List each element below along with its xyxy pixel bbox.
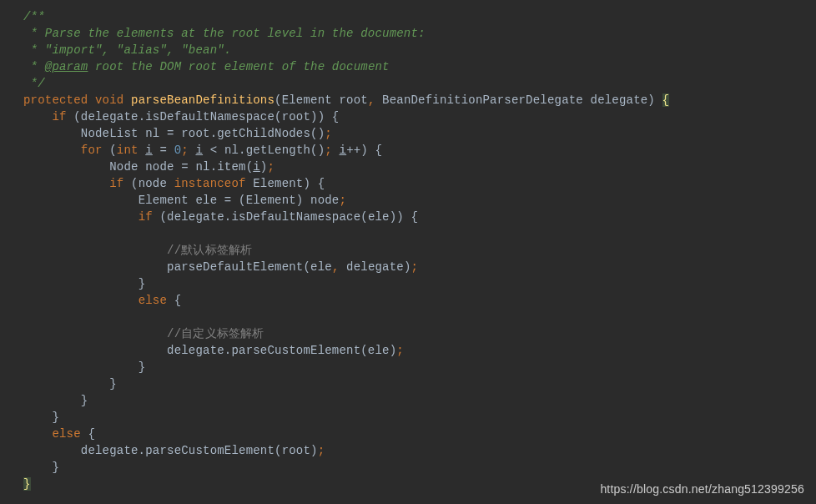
code-line[interactable]: * Parse the elements at the root level i… (23, 25, 816, 42)
code-line[interactable]: */ (23, 75, 816, 92)
code-token: { (174, 294, 182, 307)
code-line[interactable]: //自定义标签解析 (23, 325, 816, 342)
code-token: ( (109, 144, 117, 157)
code-token: if (52, 110, 73, 123)
code-token: if (139, 210, 160, 224)
code-token: i (340, 144, 347, 157)
code-token: ; (411, 260, 419, 274)
code-token: ; (396, 344, 404, 357)
code-line[interactable]: Element ele = (Element) node; (23, 192, 816, 209)
code-token: i (253, 160, 260, 174)
code-token: for (81, 144, 109, 157)
code-token: < nl.getLength() (203, 144, 325, 157)
code-line[interactable]: delegate.parseCustomElement(root); (23, 442, 816, 459)
code-token: i (145, 144, 153, 157)
code-line[interactable] (23, 225, 816, 242)
code-token: else (52, 427, 88, 441)
code-token: (delegate.isDefaultNamespace(ele)) { (159, 210, 418, 224)
code-token: parseBeanDefinitions (131, 93, 275, 107)
code-token: (delegate.isDefaultNamespace(root)) { (73, 110, 339, 123)
code-token: ++) { (346, 144, 382, 157)
code-token: = (153, 144, 174, 157)
code-token: } (81, 394, 88, 407)
code-token: i (195, 144, 203, 157)
code-token: parseDefaultElement(ele (167, 260, 332, 274)
code-token: ( (275, 93, 282, 107)
code-token: ; (181, 144, 195, 157)
code-line[interactable]: * @param root the DOM root element of th… (23, 58, 816, 75)
code-token: } (139, 360, 146, 374)
code-token: instanceof (174, 177, 254, 190)
code-line[interactable]: NodeList nl = root.getChildNodes(); (23, 125, 816, 142)
code-token: } (23, 477, 31, 491)
code-token: /** (23, 10, 45, 23)
code-token: (node (131, 177, 174, 190)
code-token: , (332, 260, 346, 274)
code-token: //自定义标签解析 (167, 327, 264, 340)
watermark-text: https://blog.csdn.net/zhang512399256 (600, 481, 804, 497)
code-token: ; (267, 160, 275, 174)
code-token: @param (45, 60, 88, 73)
code-line[interactable]: } (23, 359, 816, 375)
code-token: Element ele = (Element) node (139, 194, 340, 207)
code-line[interactable]: Node node = nl.item(i); (23, 159, 816, 175)
code-token: root the DOM root element of the documen… (88, 60, 389, 73)
code-line[interactable]: } (23, 392, 816, 409)
code-token: protected void (23, 93, 131, 107)
code-token: } (52, 461, 59, 474)
code-line[interactable]: } (23, 275, 816, 292)
code-line[interactable]: parseDefaultElement(ele, delegate); (23, 259, 816, 275)
code-line[interactable] (23, 309, 816, 325)
code-token: BeanDefinitionParserDelegate delegate (382, 93, 647, 107)
code-token: Element) { (253, 177, 325, 190)
code-line[interactable]: /** (23, 8, 816, 25)
code-line[interactable]: * "import", "alias", "bean". (23, 42, 816, 58)
code-token: , (368, 93, 382, 107)
code-token: ; (318, 444, 325, 457)
code-line[interactable]: for (int i = 0; i < nl.getLength(); i++)… (23, 142, 816, 159)
code-token: { (662, 93, 670, 107)
code-line[interactable]: if (delegate.isDefaultNamespace(ele)) { (23, 209, 816, 225)
code-token: 0 (174, 144, 182, 157)
code-token: } (139, 277, 146, 290)
code-token: */ (23, 77, 45, 90)
code-line[interactable]: delegate.parseCustomElement(ele); (23, 342, 816, 359)
code-token: } (109, 377, 117, 391)
code-token: { (88, 427, 95, 441)
code-line[interactable]: if (node instanceof Element) { (23, 175, 816, 192)
code-token: * "import", "alias", "bean". (23, 43, 231, 57)
code-line[interactable]: else { (23, 292, 816, 309)
code-token: ; (325, 127, 332, 140)
code-token: delegate) (346, 260, 411, 274)
code-token: delegate.parseCustomElement(ele) (167, 344, 396, 357)
code-token: delegate.parseCustomElement(root) (81, 444, 318, 457)
code-token: NodeList nl = root.getChildNodes() (81, 127, 325, 140)
code-token: if (109, 177, 131, 190)
code-token: ; (339, 194, 346, 207)
code-token: } (52, 411, 59, 424)
code-token: else (139, 294, 174, 307)
code-token: * (23, 60, 45, 73)
code-line[interactable]: //默认标签解析 (23, 242, 816, 259)
code-line[interactable]: } (23, 375, 816, 392)
code-token: Node node = nl.item( (109, 160, 253, 174)
code-token: * Parse the elements at the root level i… (23, 27, 426, 40)
code-editor[interactable]: /** * Parse the elements at the root lev… (0, 0, 816, 501)
code-line[interactable]: else { (23, 426, 816, 442)
code-line[interactable]: } (23, 459, 816, 476)
code-line[interactable]: if (delegate.isDefaultNamespace(root)) { (23, 108, 816, 125)
code-token: int (117, 144, 145, 157)
code-token: ; (325, 144, 339, 157)
code-line[interactable]: protected void parseBeanDefinitions(Elem… (23, 92, 816, 108)
code-token: ) (647, 93, 662, 107)
code-line[interactable]: } (23, 409, 816, 426)
code-token: //默认标签解析 (167, 244, 252, 257)
code-token: Element root (282, 93, 368, 107)
